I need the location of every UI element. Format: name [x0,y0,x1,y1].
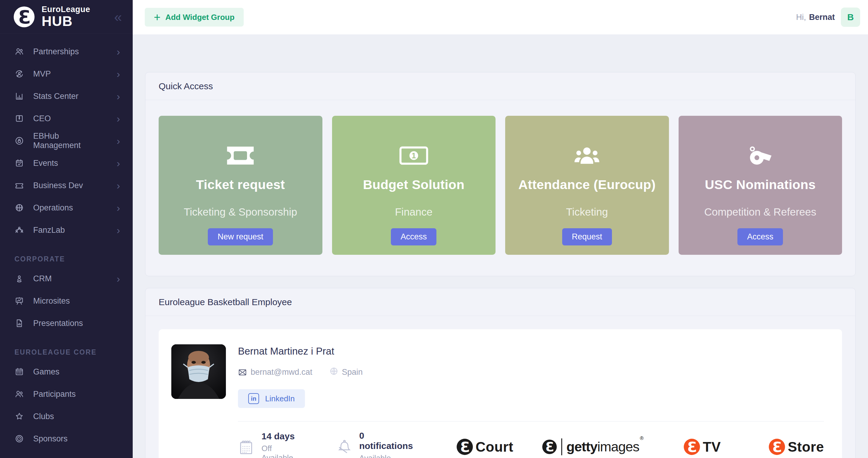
sidebar-item-clubs[interactable]: Clubs [0,405,133,428]
gettyimages-logo[interactable]: Ɛ gettyimages® [542,438,643,455]
profile-info: Bernat Martinez i Prat bernat@mwd.cat Sp… [238,344,363,408]
euroleague-court-logo[interactable]: Ɛ Court [456,438,513,455]
add-widget-group-button[interactable]: + Add Widget Group [145,8,244,27]
person-pin-icon [14,274,24,284]
user-greeting: Hi, Bernat B [796,7,860,27]
svg-text:Ɛ: Ɛ [687,438,697,455]
sidebar-section-corporate: CORPORATE [14,255,133,263]
bell-slash-icon [336,438,351,455]
access-button[interactable]: Access [737,228,783,246]
lock-icon [14,136,24,145]
chevron-right-icon: › [117,180,120,191]
sidebar-item-operations[interactable]: Operations › [0,197,133,219]
page-content: Quick Access Ticket request Ticketing & … [133,34,868,458]
days-off-label: Off Available [261,444,300,458]
sidebar-item-microsites[interactable]: Microsites [0,290,133,312]
sidebar-item-label: EBHub Management [33,131,108,150]
chevron-right-icon: › [117,69,120,79]
svg-text:Ɛ: Ɛ [18,6,31,27]
sidebar-item-business-dev[interactable]: Business Dev › [0,174,133,197]
sidebar-item-fanzlab[interactable]: FanzLab › [0,219,133,241]
employee-country: Spain [342,367,363,377]
widget-title: Ticket request [196,177,285,192]
employee-email[interactable]: bernat@mwd.cat [251,367,312,377]
easel-chart-icon [14,296,24,306]
euroleague-ball-icon: Ɛ [542,439,557,454]
sidebar-item-label: MVP [33,69,51,79]
sidebar-item-label: Presentations [33,319,83,328]
sidebar: Ɛ EuroLeague HUB « Partnerships › MVP › … [0,0,133,458]
participants-icon [14,389,24,399]
store-logo-text: Store [788,439,824,455]
calendar-check-icon [14,158,24,168]
notifications-label: Available [359,454,414,458]
document-chart-icon [14,318,24,328]
quick-access-panel: Quick Access Ticket request Ticketing & … [145,72,856,276]
sidebar-item-games[interactable]: Games [0,361,133,383]
days-off-stat: 14 days Off Available [238,431,300,458]
sidebar-item-presentations[interactable]: Presentations [0,312,133,334]
linkedin-button[interactable]: in LinkedIn [238,389,305,408]
chevron-right-icon: › [117,225,120,235]
add-widget-group-label: Add Widget Group [165,13,234,22]
sidebar-item-label: Partnerships [33,47,79,56]
court-logo-text: Court [476,439,513,455]
collapse-sidebar-icon[interactable]: « [114,10,122,24]
euroleague-tv-logo[interactable]: Ɛ TV [683,438,721,455]
basketball-icon [14,203,24,212]
sidebar-item-crm[interactable]: CRM › [0,267,133,290]
divider [561,438,562,455]
widget-card-attendance-eurocup: Attendance (Eurocup) Ticketing Request [505,116,669,255]
sidebar-item-mvp[interactable]: MVP › [0,63,133,85]
getty-light-text: images [597,439,640,454]
brand-line2: HUB [42,14,90,28]
euroleague-store-logo[interactable]: Ɛ Store [769,438,824,455]
sidebar-nav: Partnerships › MVP › Stats Center › CEO … [0,34,133,458]
widget-subtitle: Finance [395,206,433,218]
quick-access-title: Quick Access [145,72,855,100]
sidebar-item-ebhub-management[interactable]: EBHub Management › [0,130,133,152]
svg-text:Ɛ: Ɛ [772,438,782,455]
sidebar-item-partnerships[interactable]: Partnerships › [0,40,133,63]
employee-stats-row: 14 days Off Available 0 notifi [238,431,824,458]
employee-name: Bernat Martinez i Prat [238,346,363,357]
brand-text: EuroLeague HUB [42,5,90,28]
profile-row: Bernat Martinez i Prat bernat@mwd.cat Sp… [171,344,824,408]
globe-icon [329,367,338,378]
sidebar-item-participants[interactable]: Participants [0,383,133,405]
request-button[interactable]: Request [562,228,612,246]
chevron-right-icon: › [117,91,120,101]
notifications-stat: 0 notifications Available [336,431,414,458]
sidebar-item-label: Microsites [33,296,70,306]
divider [238,421,824,422]
contact-row: bernat@mwd.cat Spain [238,367,363,378]
euroleague-ball-icon: Ɛ [683,438,700,455]
chevron-right-icon: › [117,158,120,168]
chevron-right-icon: › [117,46,120,57]
widget-card-budget-solution: 1 Budget Solution Finance Access [332,116,496,255]
euroleague-ball-icon: Ɛ [13,6,35,28]
people-group-icon [574,145,600,166]
star-icon [14,412,24,421]
access-button[interactable]: Access [391,228,436,246]
profile-photo-image [171,344,226,399]
sidebar-item-label: CEO [33,114,51,123]
stats-icon [14,91,24,101]
money-bill-icon: 1 [399,146,428,165]
registered-mark: ® [640,435,644,441]
sidebar-item-events[interactable]: Events › [0,152,133,174]
sidebar-item-ceo[interactable]: CEO › [0,107,133,130]
sidebar-item-stats-center[interactable]: Stats Center › [0,85,133,107]
mvp-icon [14,69,24,79]
sidebar-item-sponsors[interactable]: Sponsors [0,428,133,450]
linkedin-label: LinkedIn [265,394,294,403]
sidebar-item-label: Clubs [33,412,54,421]
new-request-button[interactable]: New request [208,228,273,246]
target-icon [14,434,24,444]
avatar[interactable]: B [841,7,860,27]
days-off-value: 14 days [261,431,300,441]
ticket-icon [14,181,24,190]
email-icon [238,368,247,377]
sidebar-item-label: Events [33,159,58,168]
employee-panel-title: Euroleague Basketball Employee [145,288,855,316]
